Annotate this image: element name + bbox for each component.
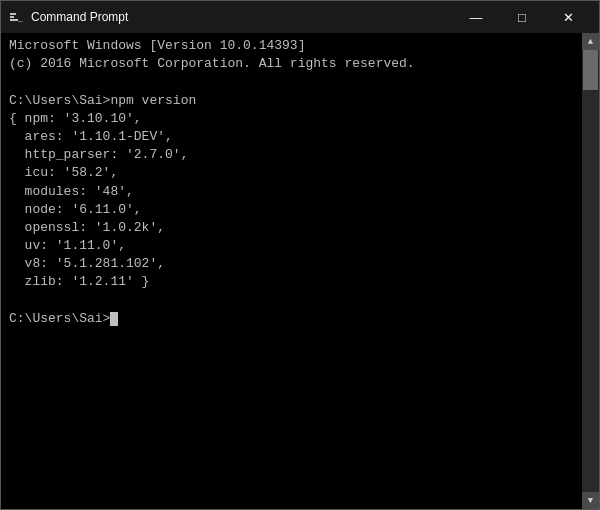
terminal-output[interactable]: Microsoft Windows [Version 10.0.14393] (… — [1, 33, 582, 509]
svg-rect-2 — [10, 16, 14, 18]
close-button[interactable]: ✕ — [545, 1, 591, 33]
svg-rect-1 — [10, 13, 16, 15]
scrollbar[interactable]: ▲ ▼ — [582, 33, 599, 509]
window-controls: — □ ✕ — [453, 1, 591, 33]
content-area: Microsoft Windows [Version 10.0.14393] (… — [1, 33, 599, 509]
svg-rect-3 — [10, 19, 18, 21]
scroll-up-arrow[interactable]: ▲ — [582, 33, 599, 50]
scroll-down-arrow[interactable]: ▼ — [582, 492, 599, 509]
cmd-window: _ Command Prompt — □ ✕ Microsoft Windows… — [0, 0, 600, 510]
minimize-button[interactable]: — — [453, 1, 499, 33]
window-title: Command Prompt — [31, 10, 453, 24]
cursor — [110, 312, 118, 326]
scrollbar-track[interactable] — [582, 50, 599, 492]
svg-text:_: _ — [17, 14, 23, 23]
maximize-button[interactable]: □ — [499, 1, 545, 33]
title-bar: _ Command Prompt — □ ✕ — [1, 1, 599, 33]
scrollbar-thumb[interactable] — [583, 50, 598, 90]
app-icon: _ — [9, 9, 25, 25]
